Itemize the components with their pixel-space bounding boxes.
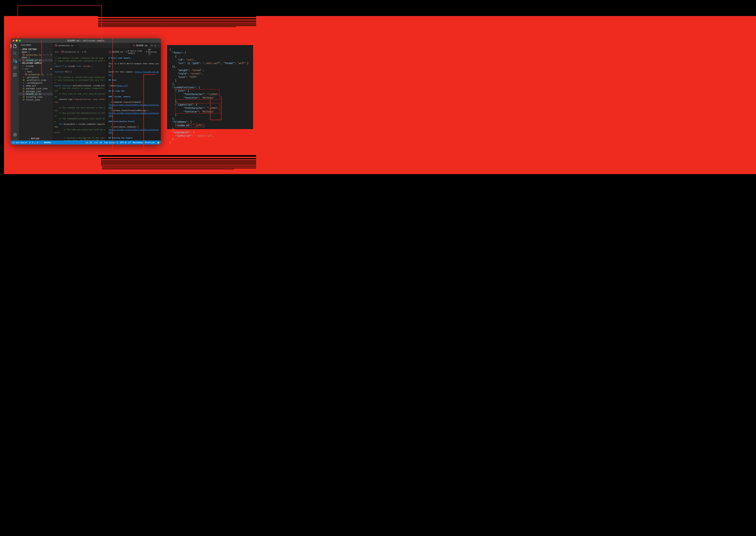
folder-test[interactable]: ▸test (19, 70, 53, 73)
status-eol[interactable]: LF (128, 141, 131, 144)
svg-rect-7 (15, 74, 16, 75)
folder-src[interactable]: ▾src● (19, 67, 53, 70)
status-cursor[interactable]: Ln 25, Col 25 (86, 141, 102, 144)
status-bar: ⎇ ext-docs* ⊘ 3 ⚠ 3 -- NORMAL -- Ln 25, … (11, 141, 161, 145)
close-icon[interactable] (13, 40, 15, 42)
debug-icon[interactable] (13, 66, 17, 70)
json-icon: {} (22, 87, 25, 90)
more-icon[interactable]: ⋯ (76, 44, 77, 47)
file-prettierrc[interactable]: {}.prettierrc.json (19, 79, 53, 82)
file-tslint[interactable]: {}tslint.json (19, 98, 53, 101)
folder-vscode[interactable]: ▸.vscode (19, 65, 53, 67)
files-icon[interactable] (11, 44, 17, 48)
open-editor-extension-ts[interactable]: TS extension.ts src 5, M (19, 53, 53, 56)
info-icon: i (22, 59, 25, 61)
tab-label: README.md (136, 44, 148, 47)
file-label: README.md (26, 59, 37, 61)
file-meta: src 5, M (43, 54, 51, 56)
file-gitignore[interactable]: ◆.gitignore (19, 76, 53, 79)
svg-point-2 (14, 61, 14, 62)
typescript-icon: TS (61, 51, 64, 53)
json-icon: {} (22, 96, 25, 98)
status-branch[interactable]: ⎇ ext-docs* (12, 141, 27, 144)
tab-extension-ts[interactable]: TS extension.ts ⋯ (53, 43, 79, 48)
file-demo-gif[interactable]: ▦demo.gif (19, 84, 53, 87)
split-editor-icon[interactable]: ▯▯ (154, 45, 156, 47)
open-preview-icon[interactable]: ⧉ (151, 44, 152, 47)
window-title: README.md — hellocode-sample (67, 39, 104, 42)
explorer-sidebar: EXPLORER ▾OPEN EDITORS GROUP 1 TS extens… (19, 43, 53, 141)
svg-point-5 (15, 67, 16, 68)
status-encoding[interactable]: UTF-8 (120, 141, 126, 144)
json-icon: {} (22, 98, 25, 101)
activity-bar: 1 (11, 43, 19, 141)
group-1-label: GROUP 1 (19, 51, 53, 53)
file-vscodeignore[interactable]: ≡.vscodeignore (19, 82, 53, 84)
chevron-right-icon: ▸ (25, 71, 26, 73)
extensions-icon[interactable] (13, 73, 17, 77)
group-2-label: GROUP 2 (19, 56, 53, 59)
typescript-icon: TS (55, 44, 57, 47)
status-problems[interactable]: ⊘ 3 ⚠ 3 (29, 141, 38, 144)
svg-point-10 (15, 134, 16, 135)
status-language[interactable]: Markdown (133, 141, 143, 144)
json-icon: {} (22, 79, 25, 81)
tab-label: extension.ts (58, 44, 74, 47)
typescript-icon: TS (25, 73, 27, 76)
image-icon: ▦ (22, 84, 25, 87)
chevron-right-icon: ▸ (22, 65, 23, 67)
tab-readme-md[interactable]: i README.md (131, 43, 149, 48)
status-formatter[interactable]: Prettier (145, 141, 155, 144)
file-label: extension.ts (26, 54, 41, 56)
svg-rect-9 (15, 75, 16, 77)
open-editors-header[interactable]: ▾OPEN EDITORS (19, 48, 53, 51)
svg-rect-6 (14, 74, 15, 75)
file-tsconfig[interactable]: {}tsconfig.json (19, 95, 53, 98)
file-readme-md[interactable]: iREADME.md1 (19, 93, 53, 95)
tab-actions: ⧉ ▯▯ ⋯ (149, 43, 161, 48)
svg-point-1 (14, 59, 14, 60)
chevron-down-icon: ▾ (22, 68, 23, 70)
window-controls[interactable] (13, 40, 21, 42)
status-tabsize[interactable]: Tab Size: 2 (104, 141, 118, 144)
more-icon[interactable]: ⋯ (158, 45, 159, 47)
info-icon: i (109, 51, 111, 53)
source-control-icon[interactable]: 1 (13, 58, 17, 62)
vscode-window: README.md — hellocode-sample 1 EXPLORER (11, 38, 161, 145)
code-editor-right[interactable]: # Hello Code Sample This is a Hello Worl… (107, 56, 161, 141)
typescript-icon: TS (22, 54, 25, 56)
breadcrumbs-left[interactable]: src› TS extension.ts› ⊕f1 (53, 48, 107, 56)
scm-badge: 1 (15, 61, 17, 63)
info-icon: i (133, 44, 135, 47)
json-icon: {} (22, 90, 25, 92)
ignore-icon: ≡ (22, 82, 25, 84)
open-editor-readme[interactable]: i README.md 1 (19, 59, 53, 62)
maximize-icon[interactable] (19, 40, 21, 42)
bell-icon[interactable]: 🔔 (157, 141, 160, 144)
search-icon[interactable] (13, 51, 17, 55)
outline-header[interactable]: ▸ OUTLINE (29, 138, 39, 140)
code-editor-left[interactable]: // The module 'vscode' contains the VS C… (53, 56, 107, 141)
problems-badge: 1 (39, 59, 41, 61)
svg-rect-8 (14, 75, 15, 77)
file-extension-ts[interactable]: TS extension.ts 5, M (19, 73, 53, 76)
editor-area: TS extension.ts ⋯ i README.md ⧉ ▯▯ ⋯ src… (53, 43, 161, 141)
gear-icon[interactable] (13, 133, 17, 137)
chevron-down-icon: ▾ (20, 62, 21, 64)
titlebar: README.md — hellocode-sample (11, 38, 161, 43)
chevron-down-icon: ▾ (20, 49, 21, 50)
tab-bar: TS extension.ts ⋯ i README.md ⧉ ▯▯ ⋯ (53, 43, 161, 48)
info-icon: i (22, 93, 25, 95)
file-package-json[interactable]: {}package.json (19, 90, 53, 93)
breadcrumbs-right[interactable]: i README.md› ## Hello Code Sample› ### R… (107, 48, 161, 56)
explorer-title: EXPLORER (19, 43, 53, 48)
minimize-icon[interactable] (16, 40, 17, 42)
file-package-lock[interactable]: {}package-lock.json (19, 87, 53, 90)
git-icon: ◆ (22, 76, 25, 79)
status-mode: -- NORMAL -- (40, 141, 55, 144)
project-header[interactable]: ▾HELLOCODE-SAMPLE (19, 62, 53, 65)
svg-point-0 (14, 52, 16, 54)
